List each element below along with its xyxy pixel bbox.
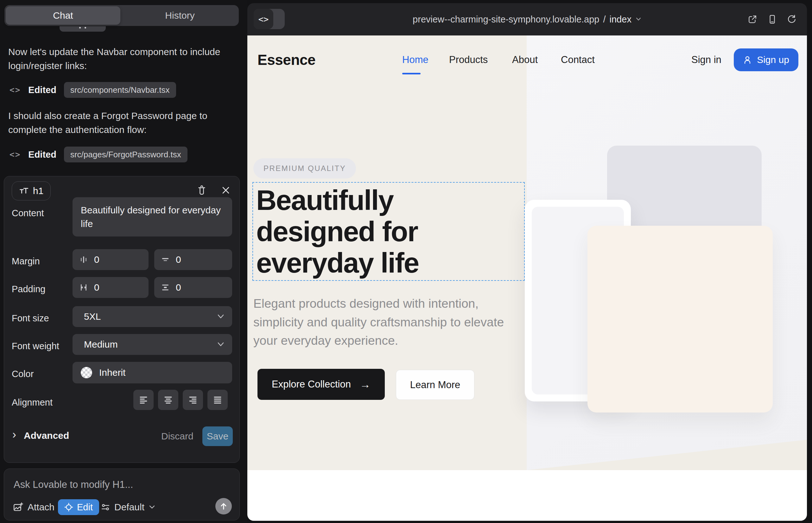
decorative-card-cream <box>587 226 773 413</box>
nav-link-about[interactable]: About <box>512 54 538 66</box>
attach-image-icon <box>13 502 23 512</box>
external-link-icon <box>747 14 758 24</box>
align-justify-icon <box>213 395 222 404</box>
padding-x-input[interactable]: 0 <box>72 277 148 298</box>
nav-link-products[interactable]: Products <box>449 54 488 66</box>
hero-heading[interactable]: Beautifully designed for everyday life <box>256 184 500 278</box>
edited-label: Edited <box>28 149 56 160</box>
align-left-button[interactable] <box>133 390 154 410</box>
padding-y-input[interactable]: 0 <box>154 277 232 298</box>
save-button[interactable]: Save <box>202 427 233 446</box>
color-select[interactable]: Inherit <box>72 362 232 383</box>
mobile-device-icon <box>767 14 777 24</box>
chrome-actions <box>745 3 799 35</box>
font-weight-select[interactable]: Medium <box>72 334 232 355</box>
chat-history-tabbar: Chat History <box>4 5 239 26</box>
refresh-button[interactable] <box>785 12 799 26</box>
edited-file-row: <> Edited src/components/Navbar.tsx <box>10 82 176 98</box>
margin-y-value: 0 <box>176 254 181 265</box>
tag-label: h1 <box>33 185 43 196</box>
site-logo[interactable]: Essence <box>258 51 315 68</box>
preview-browser: <> preview--charming-site-symphony.lovab… <box>247 3 807 521</box>
mobile-view-button[interactable] <box>765 12 779 26</box>
margin-x-value: 0 <box>94 254 100 265</box>
send-button[interactable] <box>215 498 232 515</box>
advanced-toggle[interactable]: Advanced <box>24 430 69 441</box>
learn-more-label: Learn More <box>410 379 460 391</box>
edited-label: Edited <box>28 85 56 95</box>
code-icon: <> <box>10 150 21 159</box>
url-bar[interactable]: preview--charming-site-symphony.lovable.… <box>247 3 807 35</box>
code-icon: <> <box>10 85 21 95</box>
padding-y-value: 0 <box>176 282 181 293</box>
open-external-button[interactable] <box>745 12 759 26</box>
padding-label: Padding <box>12 284 45 294</box>
screen: Chat History Now let's update the Navbar… <box>0 0 812 523</box>
discard-button[interactable]: Discard <box>161 431 194 441</box>
align-justify-button[interactable] <box>208 390 228 410</box>
browser-chrome: <> preview--charming-site-symphony.lovab… <box>247 3 807 35</box>
tab-history[interactable]: History <box>121 5 239 26</box>
left-panel: Chat History Now let's update the Navbar… <box>0 0 247 523</box>
chevron-down-icon <box>149 505 155 509</box>
type-icon <box>19 187 29 195</box>
url-host: preview--charming-site-symphony.lovable.… <box>413 14 599 25</box>
edit-label: Edit <box>77 502 93 512</box>
chevron-down-icon <box>635 17 642 21</box>
tab-chat-label: Chat <box>53 10 73 21</box>
align-right-button[interactable] <box>183 390 203 410</box>
truncated-chat-item <box>59 26 106 32</box>
margin-x-input[interactable]: 0 <box>72 249 148 270</box>
color-value: Inherit <box>99 367 125 378</box>
nav-link-home[interactable]: Home <box>402 54 428 66</box>
align-center-icon <box>163 395 173 404</box>
learn-more-button[interactable]: Learn More <box>396 370 474 400</box>
site-viewport: Essence Home Products About Contact Sign… <box>247 35 807 521</box>
file-badge[interactable]: src/pages/ForgotPassword.tsx <box>64 147 188 162</box>
hero-section: Essence Home Products About Contact Sign… <box>247 35 807 470</box>
tab-chat[interactable]: Chat <box>6 6 120 25</box>
attach-button[interactable]: Attach <box>13 499 54 515</box>
margin-horizontal-icon <box>80 255 88 264</box>
hero-description: Elegant products designed with intention… <box>253 294 511 350</box>
delete-element-button[interactable] <box>195 183 209 197</box>
align-center-button[interactable] <box>158 390 178 410</box>
font-weight-label: Font weight <box>12 341 59 351</box>
arrow-right-icon: → <box>360 379 371 390</box>
content-input[interactable]: Beautifully designed for everyday life <box>72 197 232 236</box>
nav-link-contact[interactable]: Contact <box>561 54 595 66</box>
element-selection-outline: Beautifully designed for everyday life <box>252 182 525 281</box>
close-inspector-button[interactable] <box>219 183 233 197</box>
model-default-button[interactable]: Default <box>101 499 155 515</box>
tab-history-label: History <box>165 10 194 21</box>
element-inspector-panel: h1 Content Beautif <box>4 176 240 463</box>
chevron-right-icon: › <box>12 429 16 440</box>
sign-up-label: Sign up <box>757 54 789 65</box>
margin-y-input[interactable]: 0 <box>154 249 232 270</box>
sign-up-button[interactable]: Sign up <box>734 49 798 71</box>
hero-wedge-shape <box>527 440 807 470</box>
explore-collection-button[interactable]: Explore Collection → <box>258 369 385 400</box>
refresh-icon <box>787 14 797 24</box>
color-label: Color <box>12 369 34 379</box>
font-size-select[interactable]: 5XL <box>72 306 232 327</box>
trash-icon <box>197 185 207 195</box>
close-icon <box>222 186 230 195</box>
font-weight-value: Medium <box>84 339 118 350</box>
url-path: index <box>610 14 632 25</box>
sliders-icon <box>101 503 110 511</box>
url-separator: / <box>603 14 605 25</box>
default-label: Default <box>114 502 144 512</box>
chat-message: I should also create a Forgot Password p… <box>8 109 228 137</box>
edit-mode-button[interactable]: Edit <box>58 499 99 515</box>
margin-vertical-icon <box>161 255 170 264</box>
font-size-value: 5XL <box>84 311 101 322</box>
file-badge[interactable]: src/components/Navbar.tsx <box>64 82 176 98</box>
composer-input[interactable]: Ask Lovable to modify H1... <box>14 479 133 490</box>
color-swatch-icon <box>81 367 92 378</box>
chat-message: Now let's update the Navbar component to… <box>8 45 228 73</box>
align-left-icon <box>139 395 148 404</box>
site-navbar: Essence Home Products About Contact Sign… <box>247 35 807 84</box>
content-label: Content <box>12 208 44 218</box>
sign-in-link[interactable]: Sign in <box>691 54 721 66</box>
